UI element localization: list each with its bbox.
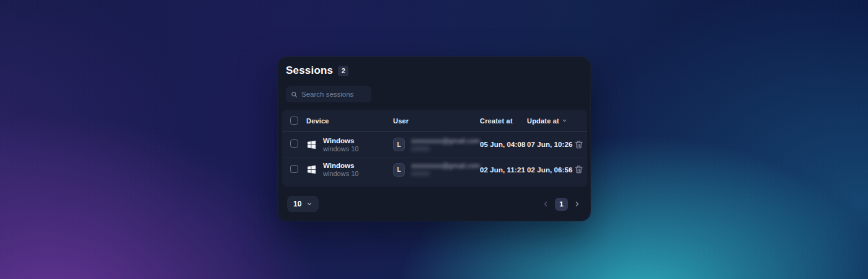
column-header-user: User (393, 117, 480, 125)
page-size-value: 10 (293, 200, 301, 208)
user-email-blurred: xxxxxxxxx@gmail.com (411, 162, 480, 170)
sort-chevron-down-icon (562, 118, 567, 123)
column-header-device: Device (306, 117, 393, 125)
session-row: Windows windows 10 L xxxxxxxxx@gmail.com… (282, 157, 587, 182)
chevron-down-icon (306, 201, 312, 207)
column-header-created: Createt at (480, 117, 527, 125)
search-input[interactable] (301, 91, 366, 98)
previous-page-button[interactable] (542, 200, 549, 208)
device-name: Windows (323, 136, 358, 145)
device-cell: Windows windows 10 (306, 136, 393, 153)
device-cell: Windows windows 10 (306, 161, 393, 178)
sessions-table: Device User Createt at Update at (282, 110, 587, 187)
select-all-checkbox[interactable] (290, 117, 298, 125)
session-row: Windows windows 10 L xxxxxxxxx@gmail.com… (282, 132, 587, 157)
card-footer: 10 1 (282, 196, 586, 212)
windows-icon (306, 164, 317, 175)
pagination: 1 (542, 198, 581, 211)
user-avatar: L (393, 163, 405, 177)
page-size-select[interactable]: 10 (287, 196, 319, 212)
user-cell: L xxxxxxxxx@gmail.com xxxxxx (393, 162, 480, 177)
next-page-button[interactable] (574, 200, 581, 208)
user-avatar: L (393, 138, 405, 151)
desktop-background: Sessions 2 Device User Createt at Update… (0, 0, 868, 279)
device-os: windows 10 (323, 145, 358, 153)
card-header: Sessions 2 (282, 64, 586, 78)
page-title: Sessions (286, 64, 333, 77)
created-at-value: 02 Jun, 11:21 (480, 166, 527, 174)
delete-session-trash-icon[interactable] (574, 140, 583, 149)
current-page-button[interactable]: 1 (555, 198, 568, 211)
user-name-blurred: xxxxxx (411, 170, 430, 177)
table-body: Windows windows 10 L xxxxxxxxx@gmail.com… (282, 132, 587, 182)
row-checkbox[interactable] (290, 165, 298, 173)
user-name-blurred: xxxxxx (411, 145, 430, 153)
column-header-updated[interactable]: Update at (527, 117, 574, 125)
search-icon (291, 91, 298, 98)
sessions-count-badge: 2 (338, 66, 348, 76)
row-checkbox[interactable] (290, 140, 298, 148)
search-box[interactable] (286, 86, 371, 102)
created-at-value: 05 Jun, 04:08 (480, 141, 527, 148)
updated-at-value: 02 Jun, 06:56 (527, 166, 574, 174)
windows-icon (306, 140, 317, 150)
device-os: windows 10 (323, 170, 358, 178)
user-cell: L xxxxxxxxx@gmail.com xxxxxx (393, 137, 480, 153)
sessions-card: Sessions 2 Device User Createt at Update… (277, 56, 591, 221)
column-header-updated-label: Update at (527, 117, 559, 125)
user-email-blurred: xxxxxxxxx@gmail.com (411, 137, 480, 145)
delete-session-trash-icon[interactable] (574, 165, 583, 174)
device-name: Windows (323, 161, 358, 170)
table-header-row: Device User Createt at Update at (282, 110, 587, 132)
updated-at-value: 07 Jun, 10:26 (527, 141, 574, 148)
